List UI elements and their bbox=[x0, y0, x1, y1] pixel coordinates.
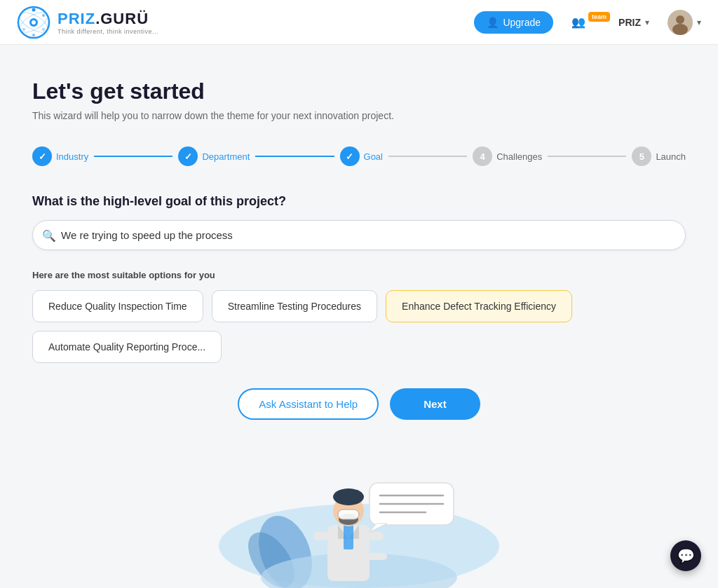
main-content: Let's get started This wizard will help … bbox=[15, 45, 703, 588]
step-5-circle: 5 bbox=[632, 146, 651, 166]
svg-point-2 bbox=[32, 20, 36, 25]
search-icon: 🔍 bbox=[42, 228, 56, 242]
svg-point-7 bbox=[22, 28, 25, 31]
option-reduce-quality[interactable]: Reduce Quality Inspection Time bbox=[32, 290, 203, 322]
team-name: PRIZ bbox=[618, 17, 641, 28]
step-1-label: Industry bbox=[56, 151, 88, 162]
buttons-row: Ask Assistant to Help Next bbox=[32, 388, 686, 420]
upgrade-button[interactable]: 👤 Upgrade bbox=[474, 11, 553, 34]
team-badge: team bbox=[588, 12, 610, 22]
next-button[interactable]: Next bbox=[390, 388, 480, 420]
svg-rect-20 bbox=[313, 532, 329, 540]
step-department: ✓ Department bbox=[178, 146, 250, 166]
logo-area: PRIZ.GURÜ Think different, think inventi… bbox=[17, 6, 158, 39]
step-1-circle: ✓ bbox=[32, 146, 52, 166]
connector-3 bbox=[388, 156, 467, 157]
option-automate-quality[interactable]: Automate Quality Reporting Proce... bbox=[32, 331, 222, 363]
logo-name: PRIZ.GURÜ bbox=[57, 10, 158, 28]
option-enhance-defect[interactable]: Enhance Defect Tracking Efficiency bbox=[386, 290, 572, 322]
illustration-figure bbox=[247, 469, 471, 588]
page-title: Let's get started bbox=[32, 78, 686, 104]
chevron-down-icon: ▾ bbox=[645, 18, 649, 27]
svg-rect-26 bbox=[338, 510, 359, 519]
svg-point-6 bbox=[32, 34, 35, 36]
connector-2 bbox=[255, 156, 334, 157]
step-4-circle: 4 bbox=[473, 146, 492, 166]
goal-search-input[interactable] bbox=[32, 220, 686, 250]
people-icon: 👥 bbox=[571, 15, 585, 29]
ask-assistant-button[interactable]: Ask Assistant to Help bbox=[238, 388, 379, 420]
illustration-area bbox=[32, 462, 686, 588]
svg-rect-22 bbox=[355, 553, 387, 560]
option-streamline-testing[interactable]: Streamline Testing Procedures bbox=[212, 290, 377, 322]
svg-point-3 bbox=[32, 8, 36, 11]
avatar bbox=[668, 10, 693, 35]
chat-icon: 💬 bbox=[677, 547, 695, 564]
team-selector[interactable]: 👥 team PRIZ ▾ bbox=[564, 11, 656, 33]
step-challenges: 4 Challenges bbox=[473, 146, 542, 166]
step-goal: ✓ Goal bbox=[340, 146, 383, 166]
chat-widget[interactable]: 💬 bbox=[670, 540, 701, 571]
step-4-label: Challenges bbox=[496, 151, 542, 162]
question-label: What is the high-level goal of this proj… bbox=[32, 194, 686, 209]
logo-icon bbox=[17, 6, 50, 39]
header-right: 👤 Upgrade 👥 team PRIZ ▾ ▾ bbox=[474, 10, 701, 35]
logo-tagline: Think different, think inventive... bbox=[57, 28, 158, 35]
step-2-circle: ✓ bbox=[178, 146, 198, 166]
page-subtitle: This wizard will help you to narrow down… bbox=[32, 110, 686, 121]
stepper: ✓ Industry ✓ Department ✓ Goal 4 Challen… bbox=[32, 146, 686, 166]
svg-point-5 bbox=[42, 28, 45, 31]
connector-1 bbox=[94, 156, 172, 157]
step-launch: 5 Launch bbox=[632, 146, 686, 166]
upgrade-icon: 👤 bbox=[487, 17, 499, 28]
options-grid: Reduce Quality Inspection Time Streamlin… bbox=[32, 290, 686, 363]
step-5-label: Launch bbox=[656, 151, 686, 162]
svg-point-4 bbox=[42, 14, 45, 17]
logo-text: PRIZ.GURÜ Think different, think inventi… bbox=[57, 10, 158, 35]
user-chevron-icon: ▾ bbox=[697, 18, 701, 27]
step-3-label: Goal bbox=[364, 151, 383, 162]
step-3-circle: ✓ bbox=[340, 146, 360, 166]
search-wrapper: 🔍 bbox=[32, 220, 686, 250]
svg-point-11 bbox=[676, 15, 684, 24]
user-menu[interactable]: ▾ bbox=[668, 10, 701, 35]
svg-point-24 bbox=[333, 488, 364, 505]
svg-rect-19 bbox=[344, 525, 353, 549]
connector-4 bbox=[548, 156, 626, 157]
header: PRIZ.GURÜ Think different, think inventi… bbox=[0, 0, 718, 45]
step-2-label: Department bbox=[202, 151, 250, 162]
svg-marker-29 bbox=[370, 524, 387, 532]
options-label: Here are the most suitable options for y… bbox=[32, 270, 686, 280]
svg-rect-21 bbox=[368, 532, 384, 540]
svg-point-12 bbox=[672, 24, 688, 35]
step-industry: ✓ Industry bbox=[32, 146, 88, 166]
